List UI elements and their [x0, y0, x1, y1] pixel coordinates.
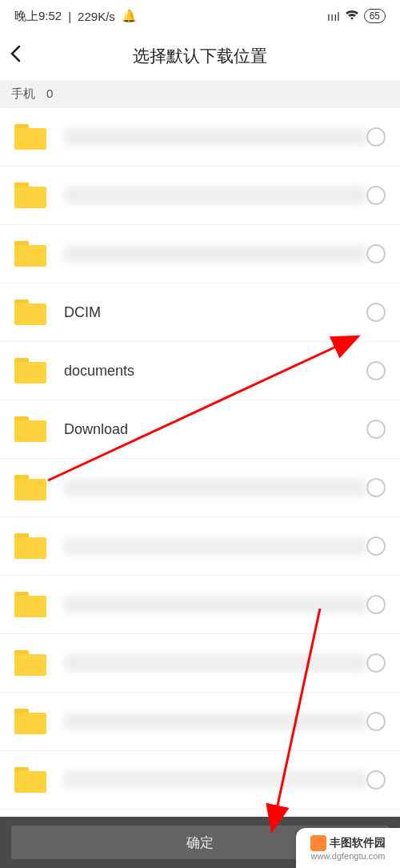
folder-item[interactable]	[0, 225, 400, 283]
folder-item[interactable]	[0, 459, 400, 517]
folder-item[interactable]: DCIM	[0, 283, 400, 342]
folder-radio[interactable]	[366, 361, 386, 380]
page-header: 选择默认下载位置	[0, 32, 400, 80]
folder-name	[64, 128, 366, 146]
folder-item[interactable]	[0, 108, 400, 167]
folder-icon	[14, 124, 46, 150]
folder-icon	[14, 533, 46, 559]
folder-name	[64, 596, 366, 613]
folder-name	[64, 771, 366, 789]
status-bar: 晚上9:52 | 229K/s 🔔 ıııl 65	[0, 0, 400, 32]
folder-icon	[14, 416, 46, 442]
watermark-logo-icon	[310, 835, 326, 851]
folder-item[interactable]	[0, 576, 400, 634]
folder-radio[interactable]	[366, 127, 386, 147]
signal-icon: ıııl	[327, 10, 340, 23]
folder-radio[interactable]	[366, 770, 386, 790]
folder-name: documents	[64, 363, 366, 380]
folder-radio[interactable]	[366, 536, 386, 556]
folder-icon	[14, 475, 46, 500]
folder-name: Download	[64, 421, 366, 438]
folder-item[interactable]: documents	[0, 342, 400, 400]
folder-icon	[14, 358, 46, 384]
folder-item[interactable]	[0, 634, 400, 693]
breadcrumb[interactable]: 手机 0	[0, 80, 400, 108]
breadcrumb-root[interactable]: 手机	[11, 86, 35, 102]
folder-item[interactable]	[0, 693, 400, 751]
back-button[interactable]	[10, 45, 21, 67]
folder-item[interactable]	[0, 751, 400, 810]
folder-radio[interactable]	[366, 595, 386, 614]
folder-name	[64, 537, 366, 555]
watermark: 丰图软件园 www.dgfengtu.com	[296, 828, 400, 868]
folder-radio[interactable]	[366, 420, 386, 439]
folder-item[interactable]	[0, 167, 400, 225]
battery-level: 65	[364, 9, 386, 23]
bell-icon: 🔔	[122, 9, 137, 23]
folder-item[interactable]: Download	[0, 400, 400, 459]
folder-list: DCIMdocumentsDownload	[0, 108, 400, 810]
folder-name	[64, 713, 366, 730]
breadcrumb-path[interactable]: 0	[46, 86, 53, 102]
status-speed: 229K/s	[78, 10, 115, 23]
folder-name	[64, 245, 366, 263]
status-right: ıııl 65	[327, 9, 386, 23]
folder-icon	[14, 299, 46, 325]
folder-radio[interactable]	[366, 186, 386, 205]
folder-icon	[14, 767, 46, 793]
folder-radio[interactable]	[366, 478, 386, 497]
folder-name	[64, 479, 366, 496]
folder-radio[interactable]	[366, 244, 386, 263]
status-left: 晚上9:52 | 229K/s 🔔	[14, 9, 137, 24]
folder-icon	[14, 709, 46, 734]
folder-name: DCIM	[64, 304, 366, 321]
folder-icon	[14, 592, 46, 617]
folder-name	[64, 654, 366, 672]
folder-name	[64, 187, 366, 204]
folder-icon	[14, 241, 46, 267]
wifi-icon	[345, 10, 359, 23]
folder-radio[interactable]	[366, 712, 386, 731]
folder-radio[interactable]	[366, 653, 386, 673]
watermark-brand: 丰图软件园	[310, 835, 386, 851]
folder-item[interactable]	[0, 517, 400, 576]
folder-icon	[14, 650, 46, 676]
watermark-url: www.dgfengtu.com	[311, 851, 386, 861]
status-time: 晚上9:52	[14, 9, 62, 24]
page-title: 选择默认下载位置	[133, 45, 267, 67]
folder-icon	[14, 183, 46, 208]
folder-radio[interactable]	[366, 303, 386, 322]
